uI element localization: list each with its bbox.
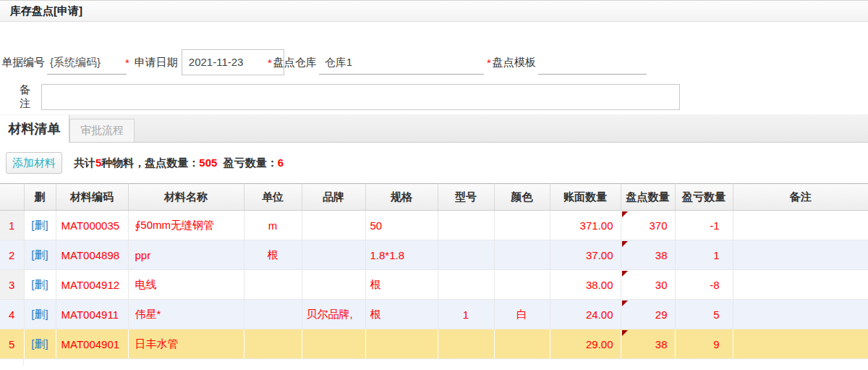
count-template-label: 盘点模板	[493, 56, 536, 70]
count-qty[interactable]: 38	[621, 329, 675, 359]
row-remark	[733, 211, 868, 240]
spec: 50	[365, 211, 438, 240]
book-qty: 37.00	[550, 240, 621, 270]
remark-input[interactable]	[41, 84, 680, 110]
page-title: 库存盘点[申请]	[10, 4, 82, 18]
delete-row-link[interactable]: [删]	[31, 248, 48, 261]
row-number: 2	[0, 240, 24, 270]
table-row: 3[删]MAT004912电线根38.0030-8	[0, 270, 868, 300]
col-header-unit: 单位	[244, 184, 302, 211]
spec	[365, 329, 438, 359]
col-header-delete-cell: 删	[24, 184, 56, 211]
diff-qty: 5	[675, 300, 733, 329]
model	[438, 240, 494, 270]
delete-row-link[interactable]: [删]	[31, 308, 48, 320]
field-count-template: * 盘点模板	[487, 49, 647, 75]
material-name: 电线	[128, 270, 244, 300]
table-header: 删材料编码材料名称单位品牌规格型号颜色账面数量盘点数量盈亏数量备注	[0, 184, 868, 211]
warehouse-label: 盘点仓库	[273, 56, 317, 70]
book-qty: 24.00	[550, 300, 621, 329]
table-footer-area	[0, 359, 868, 370]
color	[494, 211, 550, 240]
delete-row-link[interactable]: [删]	[31, 219, 48, 231]
delete-row-link[interactable]: [删]	[31, 337, 48, 350]
field-warehouse: * 盘点仓库 仓库1	[268, 49, 484, 75]
material-table: 删材料编码材料名称单位品牌规格型号颜色账面数量盘点数量盈亏数量备注 1[删]MA…	[0, 183, 868, 359]
brand: 贝尔品牌,	[302, 300, 365, 329]
doc-number-field[interactable]: {系统编码}	[47, 51, 127, 75]
edited-cell-marker-icon	[622, 271, 628, 277]
summary-number: 505	[199, 156, 217, 169]
summary-label: 共计	[74, 156, 95, 169]
delete-cell: [删]	[24, 300, 56, 329]
spec: 根	[365, 270, 438, 300]
warehouse-field[interactable]: 仓库1	[319, 51, 484, 75]
table-row: 5[删]MAT004901日丰水管29.00389	[0, 329, 868, 359]
count-template-field[interactable]	[538, 51, 647, 75]
unit	[244, 300, 302, 329]
brand	[302, 270, 365, 300]
diff-qty: 9	[675, 329, 733, 359]
count-qty[interactable]: 29	[621, 300, 675, 329]
material-name: ppr	[128, 240, 244, 270]
count-qty-value: 29	[655, 308, 668, 321]
field-apply-date: * 申请日期 2021-11-23	[125, 49, 284, 75]
unit	[244, 270, 302, 300]
material-name: ∮50mm无缝钢管	[128, 211, 244, 240]
add-material-button[interactable]: 添加材料	[6, 152, 62, 174]
required-asterisk: *	[268, 56, 272, 69]
row-number: 1	[0, 211, 24, 240]
book-qty: 38.00	[550, 270, 621, 300]
apply-date-label: 申请日期	[135, 56, 178, 70]
material-code: MAT004898	[56, 240, 128, 270]
delete-row-link[interactable]: [删]	[31, 278, 48, 290]
count-qty[interactable]: 30	[621, 270, 675, 300]
count-qty[interactable]: 370	[621, 211, 675, 240]
material-toolbar: 添加材料 共计5种物料，盘点数量：505 盈亏数量：6	[0, 143, 868, 183]
model: 1	[438, 300, 494, 329]
inventory-count-page: 库存盘点[申请] 单据编号 {系统编码} * 申请日期 2021-11-23 *…	[0, 0, 868, 370]
remark-label: 备注	[20, 83, 30, 111]
page-title-bar: 库存盘点[申请]	[0, 0, 868, 22]
summary-text: 共计5种物料，盘点数量：505 盈亏数量：6	[74, 152, 284, 174]
material-name: 伟星*	[128, 300, 244, 329]
table-row: 2[删]MAT004898ppr根1.8*1.837.00381	[0, 240, 868, 270]
row-remark	[733, 270, 868, 300]
diff-qty: -1	[675, 211, 733, 240]
summary-number: 6	[278, 156, 284, 169]
tab-material-list[interactable]: 材料清单	[0, 115, 69, 143]
material-code: MAT004911	[56, 300, 128, 329]
delete-cell: [删]	[24, 211, 56, 240]
book-qty: 371.00	[550, 211, 621, 240]
col-header-count-qty: 盘点数量	[621, 184, 675, 211]
color	[494, 270, 550, 300]
edited-cell-marker-icon	[622, 330, 628, 336]
delete-cell: [删]	[24, 270, 56, 300]
model	[438, 211, 494, 240]
model	[438, 270, 494, 300]
edited-cell-marker-icon	[622, 300, 628, 306]
row-number: 5	[0, 329, 24, 359]
tab-bar: 材料清单 审批流程	[0, 114, 868, 143]
spec: 1.8*1.8	[365, 240, 438, 270]
row-number: 3	[0, 270, 24, 300]
count-qty-value: 38	[655, 249, 668, 261]
diff-qty: 1	[675, 240, 733, 270]
row-number: 4	[0, 300, 24, 329]
row-remark	[733, 240, 868, 270]
col-header-row-remark: 备注	[733, 184, 868, 211]
delete-cell: [删]	[24, 329, 56, 359]
col-header-diff-qty: 盈亏数量	[675, 184, 733, 211]
doc-number-label: 单据编号	[1, 56, 45, 70]
brand	[302, 211, 365, 240]
header-form: 单据编号 {系统编码} * 申请日期 2021-11-23 * 盘点仓库 仓库1…	[0, 22, 868, 114]
tab-approval-flow[interactable]: 审批流程	[69, 119, 135, 142]
material-code: MAT004901	[56, 329, 128, 359]
count-qty-value: 30	[655, 279, 668, 291]
count-qty[interactable]: 38	[621, 240, 675, 270]
edited-cell-marker-icon	[622, 241, 628, 247]
col-header-model: 型号	[438, 184, 494, 211]
material-name: 日丰水管	[128, 329, 244, 359]
brand	[302, 240, 365, 270]
material-code: MAT000035	[56, 211, 128, 240]
